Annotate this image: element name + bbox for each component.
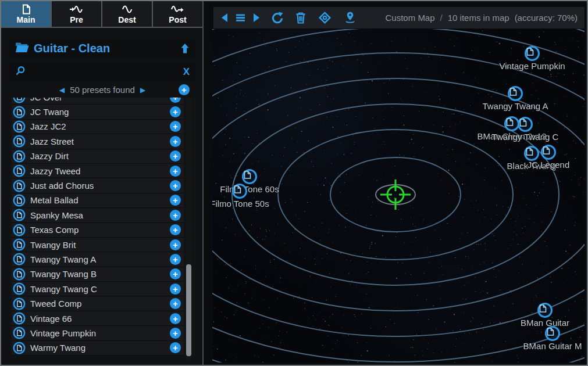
add-to-map-button[interactable]: + bbox=[170, 180, 181, 191]
map-panel: Custom Map / 10 items in map (accuracy: … bbox=[205, 1, 587, 365]
add-to-map-button[interactable]: + bbox=[170, 224, 181, 235]
menu-icon[interactable] bbox=[236, 13, 245, 23]
tab-dest[interactable]: Dest bbox=[102, 1, 153, 27]
preset-row[interactable]: Jazzy Dirt + bbox=[12, 149, 184, 164]
add-to-map-button[interactable]: + bbox=[170, 313, 181, 324]
folder-name: Guitar - Clean bbox=[34, 42, 110, 55]
add-to-map-button[interactable]: + bbox=[170, 106, 181, 117]
preset-file-icon bbox=[13, 297, 26, 310]
preset-row[interactable]: JC Over + bbox=[12, 98, 184, 105]
wave-out-arrow-icon bbox=[170, 4, 186, 15]
open-folder-icon bbox=[15, 42, 29, 55]
add-to-map-button[interactable]: + bbox=[170, 166, 181, 177]
back-icon[interactable] bbox=[220, 13, 229, 23]
preset-marker-icon bbox=[525, 46, 540, 61]
add-to-map-button[interactable]: + bbox=[170, 268, 181, 279]
delete-icon[interactable] bbox=[295, 12, 307, 24]
preset-row[interactable]: Texas Comp + bbox=[12, 223, 184, 238]
preset-row[interactable]: Twangy Twang A + bbox=[12, 252, 184, 267]
preset-name: Twangy Twang A bbox=[30, 254, 170, 264]
preset-name: Jazz JC2 bbox=[30, 121, 170, 131]
map-toolbar: Custom Map / 10 items in map (accuracy: … bbox=[213, 7, 585, 28]
preset-row[interactable]: Twangy Twang B + bbox=[12, 267, 184, 282]
preset-rows: JC Over + JC Twang + Jazz JC2 + Jazz Str… bbox=[12, 98, 184, 356]
arrow-into-wave-icon bbox=[69, 4, 84, 15]
preset-row[interactable]: Twangy Brit + bbox=[12, 238, 184, 252]
preset-row[interactable]: JC Twang + bbox=[12, 105, 184, 119]
next-results-icon[interactable]: ▶ bbox=[140, 86, 145, 94]
folder-up-button[interactable] bbox=[180, 43, 190, 54]
map-item-label: JC Legend bbox=[528, 160, 570, 170]
list-scrollbar-thumb[interactable] bbox=[186, 264, 191, 356]
tab-post[interactable]: Post bbox=[153, 1, 202, 27]
add-to-map-button[interactable]: + bbox=[170, 98, 181, 103]
preset-name: Jazzy Tweed bbox=[30, 166, 170, 176]
preset-marker-icon bbox=[524, 146, 539, 161]
tab-label: Post bbox=[169, 15, 186, 24]
preset-row[interactable]: Vintage Pumpkin + bbox=[12, 326, 184, 340]
preset-file-icon bbox=[13, 194, 26, 207]
folder-header[interactable]: Guitar - Clean bbox=[9, 38, 195, 58]
add-to-map-button[interactable]: + bbox=[170, 210, 181, 221]
preset-name: Vintage 66 bbox=[30, 314, 170, 324]
preset-name: Texas Comp bbox=[30, 225, 170, 235]
tab-main[interactable]: Main bbox=[1, 1, 52, 27]
locate-pin-icon[interactable] bbox=[343, 11, 357, 24]
preset-file-icon bbox=[13, 164, 26, 177]
wave-icon bbox=[121, 4, 134, 15]
preset-file-icon bbox=[13, 120, 26, 133]
preset-row[interactable]: Jazz Street + bbox=[12, 134, 184, 149]
preset-marker-icon bbox=[545, 326, 560, 341]
preset-file-icon bbox=[13, 135, 26, 148]
preset-row[interactable]: Tweed Comp + bbox=[12, 296, 184, 311]
preset-row[interactable]: Spanky Mesa + bbox=[12, 208, 184, 223]
map-item-label: Twangy Twang C bbox=[492, 132, 559, 142]
map-item-count: 10 items in map bbox=[448, 13, 509, 23]
add-to-map-button[interactable]: + bbox=[170, 254, 181, 265]
preset-file-icon bbox=[13, 224, 26, 236]
add-to-map-button[interactable]: + bbox=[170, 121, 181, 132]
preset-name: Jazz Street bbox=[30, 137, 170, 146]
tab-label: Pre bbox=[70, 15, 83, 24]
preset-marker-icon bbox=[508, 86, 523, 101]
add-to-map-button[interactable]: + bbox=[170, 328, 181, 339]
refresh-icon[interactable] bbox=[271, 12, 283, 24]
search-input[interactable] bbox=[30, 67, 179, 77]
add-to-map-button[interactable]: + bbox=[170, 136, 181, 147]
preset-file-icon bbox=[13, 106, 26, 119]
add-to-map-button[interactable]: + bbox=[170, 195, 181, 206]
tab-pre[interactable]: Pre bbox=[52, 1, 102, 27]
tab-bar: Main Pre Dest Post bbox=[1, 1, 202, 28]
add-to-map-button[interactable]: + bbox=[170, 284, 181, 295]
clear-search-icon[interactable]: X bbox=[183, 66, 190, 78]
preset-row[interactable]: Jazzy Tweed + bbox=[12, 164, 184, 178]
add-to-map-button[interactable]: + bbox=[170, 150, 181, 162]
list-scrollbar[interactable] bbox=[186, 98, 191, 359]
forward-icon[interactable] bbox=[252, 13, 261, 23]
preset-row[interactable]: Warmy Twang + bbox=[12, 341, 184, 356]
preset-file-icon bbox=[13, 342, 26, 354]
preset-name: Jazzy Dirt bbox=[30, 151, 170, 161]
preset-row[interactable]: Twangy Twang C + bbox=[12, 282, 184, 296]
map-accuracy: (accuracy: 70%) bbox=[515, 13, 578, 23]
preset-row[interactable]: Just add Chorus + bbox=[12, 178, 184, 193]
prev-results-icon[interactable]: ◀ bbox=[59, 86, 65, 94]
preset-map[interactable]: Vintage Pumpkin Twangy Twang A BMan Clea… bbox=[212, 29, 585, 363]
preset-row[interactable]: Metal Ballad + bbox=[12, 193, 184, 208]
add-to-map-button[interactable]: + bbox=[170, 239, 181, 250]
center-map-icon[interactable] bbox=[318, 11, 332, 24]
map-item-label: Twangy Twang A bbox=[482, 101, 548, 111]
results-row: ◀ 50 presets found ▶ + bbox=[9, 83, 195, 96]
preset-file-icon bbox=[13, 150, 26, 163]
add-to-map-button[interactable]: + bbox=[170, 298, 181, 309]
preset-row[interactable]: Vintage 66 + bbox=[12, 311, 184, 326]
preset-marker-icon bbox=[537, 303, 553, 318]
preset-row[interactable]: Jazz JC2 + bbox=[12, 120, 184, 134]
preset-marker-icon bbox=[518, 117, 533, 132]
preset-marker-icon bbox=[541, 145, 556, 160]
preset-name: Vintage Pumpkin bbox=[30, 328, 170, 338]
add-to-map-button[interactable]: + bbox=[170, 342, 181, 353]
add-preset-button[interactable]: + bbox=[179, 84, 190, 95]
map-item-label: Filmo Tone 50s bbox=[212, 199, 269, 209]
preset-name: Tweed Comp bbox=[30, 299, 170, 308]
